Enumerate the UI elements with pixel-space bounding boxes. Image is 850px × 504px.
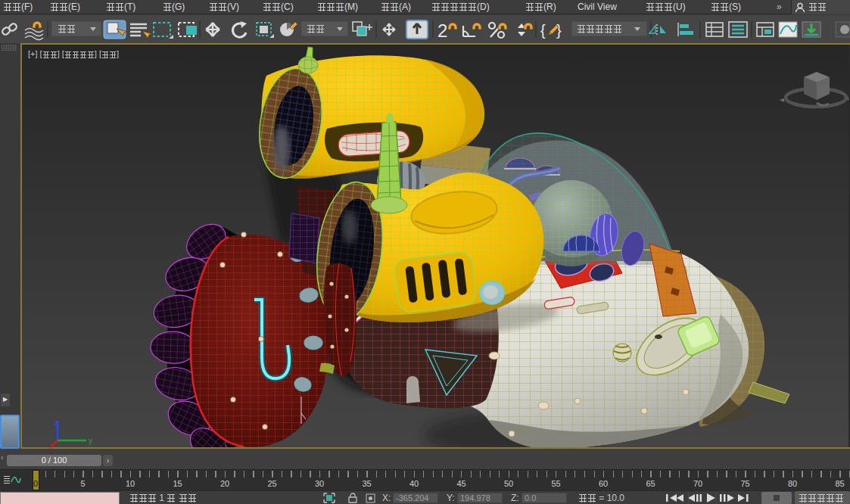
svg-text:y: y [89, 437, 92, 445]
svg-text:}: } [556, 22, 562, 39]
svg-text:{: { [540, 22, 546, 39]
svg-text:2: 2 [437, 20, 447, 41]
svg-text:z: z [54, 419, 58, 427]
